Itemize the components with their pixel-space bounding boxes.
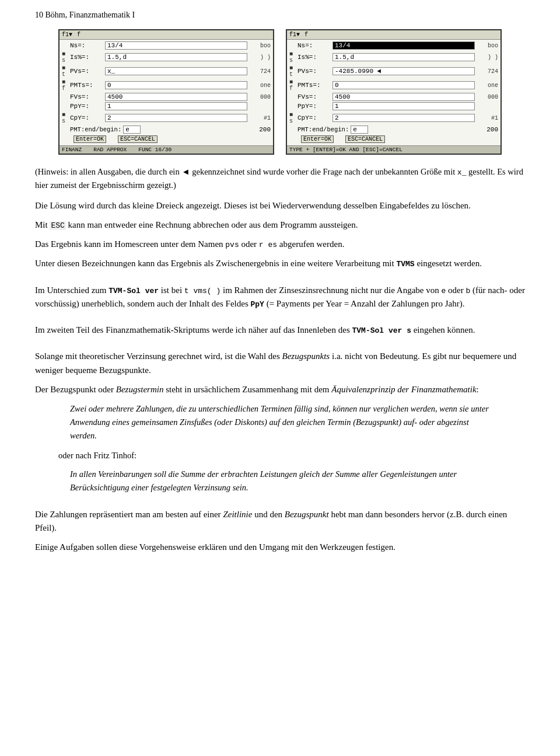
row-prefix: ■ s <box>289 112 298 124</box>
paragraph-5: Im Unterschied zum TVM-Sol ver ist bei t… <box>35 284 525 311</box>
e-var: e <box>441 287 446 295</box>
zeitlinie-word: Zeitlinie <box>223 510 252 519</box>
row-prefix: ■ s <box>62 112 70 124</box>
row-label: FVs=: <box>70 93 105 100</box>
pmt-value: e <box>351 126 368 134</box>
blockquote-1: Zwei oder mehrere Zahlungen, die zu unte… <box>70 402 490 443</box>
esc-key-label: ESC <box>50 221 65 230</box>
pmt-value: e <box>123 126 141 134</box>
row-label: CpY=: <box>70 114 105 121</box>
row-label: Is%=: <box>298 54 332 61</box>
f-label-1: f <box>77 32 80 38</box>
row-label: PVs=: <box>298 68 332 75</box>
bezugstermin-word: Bezugstermin <box>116 385 164 394</box>
paragraph-3: Das Ergebnis kann im Homescreen unter de… <box>35 238 525 251</box>
res-var: r es <box>259 241 277 249</box>
enter-esc-row-1: Enter=OK ESC=CANCEL <box>62 134 271 144</box>
row-right: one <box>247 82 271 89</box>
status-type: TYPE + [ENTER]=OK AND [ESC]=CANCEL <box>289 147 402 153</box>
is-row-2: ■ s Is%=: 1.5,d ) ) <box>289 50 498 64</box>
row-value-highlighted: 13/4 <box>332 41 475 50</box>
screen-body-1: Ns=: 13/4 boo ■ s Is%=: 1.5,d ) ) ■ t PV… <box>60 40 273 145</box>
row-label: CpY=: <box>298 114 332 121</box>
paragraph-4: Unter diesen Bezeichnungen kann das Erge… <box>35 257 525 270</box>
row-right: ) ) <box>247 54 271 61</box>
row-label: PMTs=: <box>70 82 105 89</box>
paragraph-9: Die Zahlungen repräsentiert man am beste… <box>35 508 525 535</box>
esc-key-1: ESC=CANCEL <box>118 135 158 143</box>
pmt-label: PMT:end/begin: <box>298 126 349 133</box>
pmts-row-1: ■ f PMTs=: 0 one <box>62 78 271 92</box>
row-label: Ns=: <box>298 42 332 49</box>
row-right: 200 <box>487 126 498 133</box>
row-label: PpY=: <box>70 103 105 110</box>
pmt-row-2: PMT:end/begin: e 200 <box>289 125 498 134</box>
pvs-var: pvs <box>225 241 239 249</box>
row-right: #1 <box>475 115 498 121</box>
paragraph-8: Der Bezugspunkt oder Bezugstermin steht … <box>35 383 525 396</box>
row-value: 1.5,d <box>105 53 247 61</box>
ns-row-2: Ns=: 13/4 boo <box>289 41 498 50</box>
tvms-var: TVMS <box>396 260 414 269</box>
pvs-row-2: ■ t PVs=: -4285.0990 ◄ 724 <box>289 64 498 78</box>
paragraph-6: Im zweiten Teil des Finanzmathematik-Skr… <box>35 323 525 337</box>
row-value: 1 <box>105 102 247 110</box>
enter-key-1: Enter=OK <box>74 135 106 143</box>
status-func: FUNC 16/30 <box>138 147 172 153</box>
bezugspunkt-word-2: Bezugspunkt <box>285 510 329 519</box>
cpy-row-2: ■ s CpY=: 2 #1 <box>289 111 498 125</box>
screen-top-2: f1▼ f <box>287 30 501 40</box>
row-value: 2 <box>105 114 247 122</box>
paragraph-10: Einige Aufgaben sollen diese Vorgehenswe… <box>35 541 525 554</box>
screen-top-1: f1▼ f <box>60 30 273 40</box>
row-label: Is%=: <box>70 54 105 61</box>
row-value: 1.5,d <box>332 53 475 61</box>
page-header: 10 Böhm, Finanzmathematik I <box>35 11 525 20</box>
row-value: 0 <box>332 81 475 89</box>
fvs-row-1: FVs=: 4500 000 <box>62 92 271 102</box>
pmt-row-1: PMT:end/begin: e 200 <box>62 125 271 134</box>
row-prefix: ■ t <box>62 65 70 78</box>
row-right: boo <box>475 43 498 49</box>
row-right: #1 <box>247 115 271 121</box>
main-content: (Hinweis: in allen Ausgaben, die durch e… <box>35 165 525 554</box>
row-prefix: ■ s <box>62 51 70 64</box>
row-right: 000 <box>475 94 498 100</box>
row-right: ) ) <box>475 54 498 61</box>
screenshots-row: f1▼ f Ns=: 13/4 boo ■ s Is%=: 1.5,d ) ) … <box>35 29 525 155</box>
row-prefix: ■ f <box>62 79 70 92</box>
row-prefix: ■ f <box>289 79 298 92</box>
status-rad: RAD APPROX <box>93 147 127 153</box>
paragraph-2: Mit ESC kann man entweder eine Rechnung … <box>35 218 525 232</box>
row-right: 200 <box>259 126 271 133</box>
row-prefix: ■ s <box>289 51 298 64</box>
row-value: 0 <box>105 81 247 89</box>
aequivalenzprinzip-phrase: Äquivalenzprinzip der Finanzmathematik <box>331 385 476 394</box>
row-label: PMTs=: <box>298 82 332 89</box>
paragraph-1: Die Lösung wird durch das kleine Dreieck… <box>35 199 525 212</box>
screen-body-2: Ns=: 13/4 boo ■ s Is%=: 1.5,d ) ) ■ t PV… <box>287 40 501 145</box>
pmt-label: PMT:end/begin: <box>70 126 121 133</box>
row-value: x_ <box>105 67 247 75</box>
row-value: 13/4 <box>105 41 247 50</box>
status-bar-1: FINANZ RAD APPROX FUNC 16/30 <box>60 145 273 154</box>
header-text: 10 Böhm, Finanzmathematik I <box>35 11 135 19</box>
calculator-screen-1: f1▼ f Ns=: 13/4 boo ■ s Is%=: 1.5,d ) ) … <box>58 29 274 155</box>
row-value: 1 <box>332 102 475 110</box>
row-label: Ns=: <box>70 42 105 49</box>
row-value: 4500 <box>105 93 247 101</box>
ppy-row-1: PpY=: 1 <box>62 102 271 111</box>
row-right: 000 <box>247 94 271 100</box>
row-prefix: ■ t <box>289 65 298 78</box>
row-label: PVs=: <box>70 68 105 75</box>
citation-tinhof: In allen Vereinbarungen soll die Summe d… <box>70 468 490 494</box>
row-right: one <box>475 82 498 89</box>
row-value: 4500 <box>332 93 475 101</box>
row-right: 724 <box>247 68 271 75</box>
or-label: oder nach Fritz Tinhof: <box>58 449 525 462</box>
bezugspunkt-word: Bezugspunkts <box>282 351 330 361</box>
pvs-row-1: ■ t PVs=: x_ 724 <box>62 64 271 78</box>
row-label: FVs=: <box>298 93 332 100</box>
is-row-1: ■ s Is%=: 1.5,d ) ) <box>62 50 271 64</box>
f-label-2: f <box>304 32 308 38</box>
